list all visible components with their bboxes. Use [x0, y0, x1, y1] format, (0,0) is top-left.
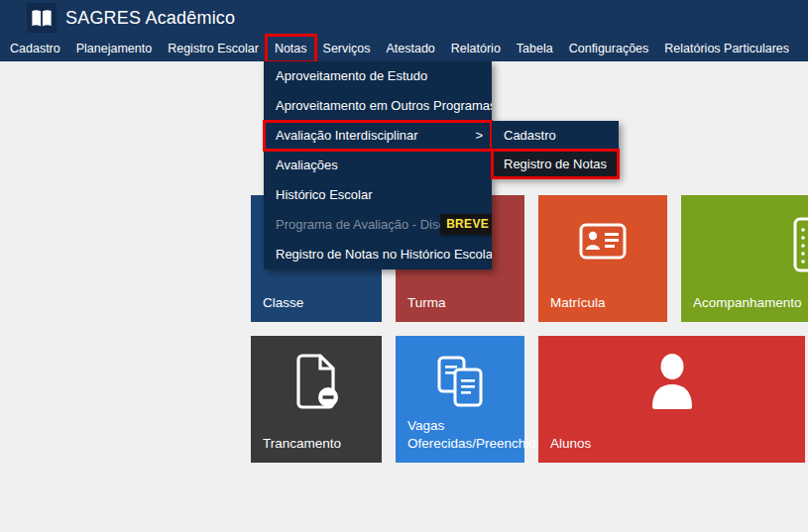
menuitem-label: Avaliação Interdisciplinar	[276, 128, 418, 143]
menu-configuracoes[interactable]: Configurações	[561, 36, 657, 61]
menu-planejamento[interactable]: Planejamento	[68, 36, 160, 61]
menuitem-avaliacoes[interactable]: Avaliações	[264, 151, 492, 180]
checklist-icon	[793, 217, 808, 276]
tile-label: Alunos	[550, 435, 801, 453]
menu-atestado[interactable]: Atestado	[378, 36, 442, 61]
tile-vagas-oferecidas-preenchidas[interactable]: Vagas Oferecidas/Preenchidas	[396, 336, 524, 463]
document-minus-icon	[292, 354, 340, 415]
tile-label: Trancamento	[263, 435, 378, 453]
menu-bar: Cadastro Planejamento Registro Escolar N…	[0, 36, 808, 61]
breve-badge: BREVE	[440, 214, 492, 235]
tile-label: Vagas Oferecidas/Preenchidas	[407, 417, 520, 453]
app-title: SAGRES Acadêmico	[65, 8, 235, 29]
tile-alunos[interactable]: Alunos	[538, 336, 805, 463]
tile-acompanhamento[interactable]: Acompanhamento	[681, 195, 808, 322]
person-icon	[643, 352, 701, 415]
tile-trancamento[interactable]: Trancamento	[251, 336, 382, 463]
notas-dropdown-menu: Aproveitamento de Estudo Aproveitamento …	[264, 61, 492, 269]
tile-label: Matrícula	[550, 294, 663, 312]
app-window: SAGRES Acadêmico Cadastro Planejamento R…	[0, 0, 808, 532]
interdisciplinar-submenu: Cadastro Registro de Notas	[492, 121, 619, 178]
submenuitem-cadastro[interactable]: Cadastro	[492, 121, 619, 150]
tile-label: Turma	[407, 294, 520, 312]
menu-cadastro[interactable]: Cadastro	[2, 36, 68, 61]
menuitem-aproveitamento-outros-programas[interactable]: Aproveitamento em Outros Programas	[264, 91, 492, 121]
menuitem-avaliacao-interdisciplinar[interactable]: Avaliação Interdisciplinar >	[264, 121, 492, 151]
menu-relatorios-particulares[interactable]: Relatórios Particulares	[656, 36, 797, 61]
contact-card-icon	[579, 223, 627, 264]
menu-registro-escolar[interactable]: Registro Escolar	[160, 36, 267, 61]
menuitem-historico-escolar[interactable]: Histórico Escolar	[264, 180, 492, 210]
tile-label: Classe	[263, 294, 378, 312]
open-book-icon	[27, 3, 57, 33]
menuitem-registro-de-notas-historico-escolar[interactable]: Registro de Notas no Histórico Escolar	[264, 240, 492, 269]
app-titlebar: SAGRES Acadêmico	[0, 0, 808, 36]
tile-matricula[interactable]: Matrícula	[538, 195, 667, 322]
tile-label: Acompanhamento	[693, 294, 808, 312]
submenuitem-registro-de-notas[interactable]: Registro de Notas	[492, 150, 619, 178]
submenu-arrow-icon: >	[475, 121, 483, 151]
menu-notas[interactable]: Notas	[267, 36, 315, 61]
menuitem-aproveitamento-de-estudo[interactable]: Aproveitamento de Estudo	[264, 61, 492, 91]
documents-copy-icon	[435, 356, 485, 411]
menu-tabela[interactable]: Tabela	[509, 36, 561, 61]
menu-servicos[interactable]: Serviços	[315, 36, 379, 61]
menuitem-programa-de-avaliacao-disciplina: Programa de Avaliação - Disciplina BREVE	[264, 210, 492, 240]
menu-relatorio[interactable]: Relatório	[443, 36, 509, 61]
